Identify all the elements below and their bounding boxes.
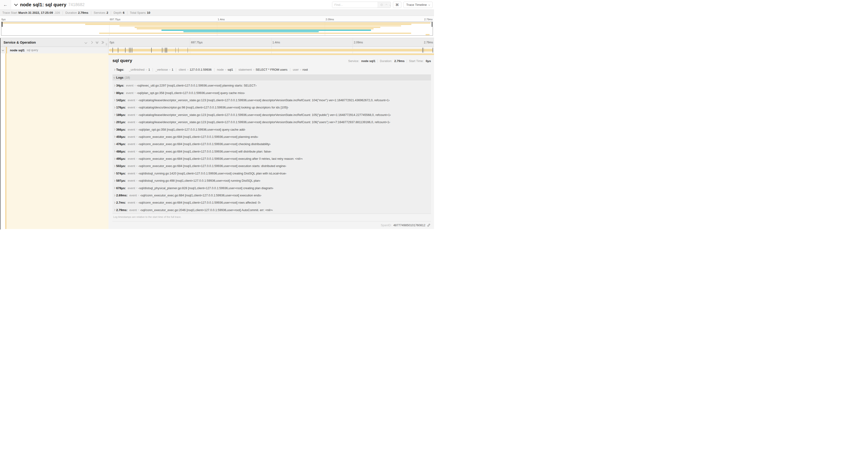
keyboard-shortcuts-button[interactable]: ⌘ [393,2,401,8]
ruler-grid-line [352,38,353,47]
view-selector-button[interactable]: Trace Timeline [403,2,433,8]
find-next-icon[interactable] [390,4,391,6]
log-tick-mark [433,48,433,53]
spanid-label: SpanID: [381,223,392,227]
tag-item[interactable]: _verbose=1 [153,68,176,71]
log-field-value: ‹sql/conn_executor_exec.go:684 [nsql1,cl… [138,135,258,138]
back-button[interactable]: ← [0,0,11,9]
find-prev-icon[interactable] [385,4,388,6]
tags-row[interactable]: Tags: _unfinished=1_verbose=1client=127.… [113,68,431,71]
log-field-value: ‹sql/catalog/lease/descriptor_version_st… [138,98,390,102]
log-expand-icon[interactable] [113,122,116,123]
log-expand-icon[interactable] [113,99,116,101]
tag-value: sql1 [227,68,233,71]
log-row[interactable]: 2.69ms:event=‹sql/conn_executor_exec.go:… [113,192,431,199]
log-row[interactable]: 201μs:event=‹sql/catalog/lease/descripto… [113,119,431,126]
log-row[interactable]: 476μs:event=‹sql/conn_executor_exec.go:6… [113,140,431,147]
log-timestamp: 201μs: [116,120,126,124]
tag-key: client [179,68,186,71]
find-input[interactable] [332,2,377,8]
tags-expand-icon[interactable] [114,69,115,70]
minimap-span-bar [183,31,319,32]
equals-sign: = [136,106,137,109]
minimap-left-drag-handle[interactable] [2,22,3,27]
log-expand-icon[interactable] [113,209,116,210]
collapse-all-icon[interactable] [96,41,98,43]
equals-sign: = [136,165,137,167]
log-expand-icon[interactable] [113,180,116,182]
log-row[interactable]: 2.7ms:event=‹sql/conn_executor_exec.go:6… [113,199,431,206]
expand-one-icon[interactable] [91,41,92,43]
log-row[interactable]: 459μs:event=‹sql/conn_executor_exec.go:6… [113,133,431,140]
summary-item: Total Spans10 [127,11,153,14]
span-row-timeline[interactable] [108,47,434,54]
log-tick-mark [164,48,164,53]
log-expand-icon[interactable] [113,129,116,130]
tag-item[interactable]: node=sql1 [214,68,236,71]
log-row[interactable]: 176μs:event=‹sql/catalog/descs/descripto… [113,104,431,111]
spanid-row: SpanID: 4877749850101760812 [113,221,431,229]
span-row-name-column[interactable]: node sql1 sql query [0,47,108,54]
log-row[interactable]: 502μs:event=‹sql/conn_executor_exec.go:6… [113,162,431,170]
log-row[interactable]: 678μs:event=‹sql/distsql_physical_planne… [113,184,431,192]
log-row[interactable]: 597μs:event=‹sql/distsql_running.go:498 … [113,177,431,184]
log-row[interactable]: 495μs:event=‹sql/conn_executor_exec.go:6… [113,155,431,162]
log-expand-icon[interactable] [113,165,116,167]
span-collapse-chevron-icon[interactable] [2,49,4,51]
service-value: node sql1 [361,59,375,63]
log-expand-icon[interactable] [113,158,116,160]
log-expand-icon[interactable] [113,202,116,203]
trace-collapse-chevron-icon[interactable] [14,2,18,6]
log-expand-icon[interactable] [113,195,116,196]
log-row[interactable]: 142μs:event=‹sql/catalog/lease/descripto… [113,97,431,104]
span-row[interactable]: node sql1 sql query [0,47,434,54]
chevron-right-icon [114,158,115,160]
collapse-controls [85,41,108,43]
chevron-right-icon [114,180,115,182]
collapse-one-icon[interactable] [85,41,87,43]
log-row[interactable]: 80μs:event=‹sql/plan_opt.go:358 [nsql1,c… [113,89,431,96]
log-expand-icon[interactable] [113,92,116,94]
service-color-strip [6,47,7,54]
log-expand-icon[interactable] [113,187,116,189]
logs-header[interactable]: Logs (18) [113,74,431,80]
log-expand-icon[interactable] [113,151,116,152]
ruler-tick-label: 0μs [110,41,114,44]
link-icon[interactable] [427,223,431,227]
log-tick-mark [132,48,132,53]
log-row[interactable]: 574μs:event=‹sql/distsql_running.go:1420… [113,170,431,177]
chevron-right-icon [114,194,115,196]
log-row[interactable]: 34μs:event=‹sql/exec_util.go:2297 [nsql1… [113,82,431,89]
locate-icon[interactable] [380,3,383,6]
minimap-span-bar [161,30,371,31]
log-expand-icon[interactable] [113,107,116,108]
log-expand-icon[interactable] [113,173,116,174]
log-expand-icon[interactable] [113,143,116,145]
left-scrollbar[interactable] [0,38,0,230]
minimap-right-drag-handle[interactable] [432,22,433,27]
log-row[interactable]: 189μs:event=‹sql/catalog/lease/descripto… [113,111,431,119]
log-timestamp: 176μs: [116,106,126,109]
expand-all-icon[interactable] [102,41,103,43]
tag-item[interactable]: client=127.0.0.1:59936 [176,68,214,71]
tag-item[interactable]: statement=SELECT * FROM users [236,68,290,71]
chevron-right-icon [114,151,115,152]
chevron-right-icon [114,114,115,116]
span-duration-bar[interactable] [109,49,433,52]
panel-resizer[interactable] [106,43,107,45]
tag-item[interactable]: _unfinished=1 [126,68,153,71]
logs-collapse-icon[interactable] [114,76,115,78]
log-expand-icon[interactable] [113,136,116,137]
log-row[interactable]: 366μs:event=‹sql/plan_opt.go:358 [nsql1,… [113,126,431,133]
log-field-value: ‹sql/catalog/lease/descriptor_version_st… [138,120,390,124]
log-row[interactable]: 486μs:event=‹sql/conn_executor_exec.go:6… [113,148,431,155]
log-tick-mark [165,48,166,53]
log-expand-icon[interactable] [113,114,116,116]
logs-count: (18) [125,76,130,79]
app-header: ← node sql1: sql query 7418682 ✕ ⌘ Trace… [0,0,434,9]
log-row[interactable]: 2.79ms:event=‹sql/conn_executor_exec.go:… [113,206,431,214]
minimap-canvas[interactable] [1,22,433,36]
tag-item[interactable]: user=root [290,68,310,71]
log-expand-icon[interactable] [113,85,116,86]
duration-value: 2.79ms [394,59,405,63]
